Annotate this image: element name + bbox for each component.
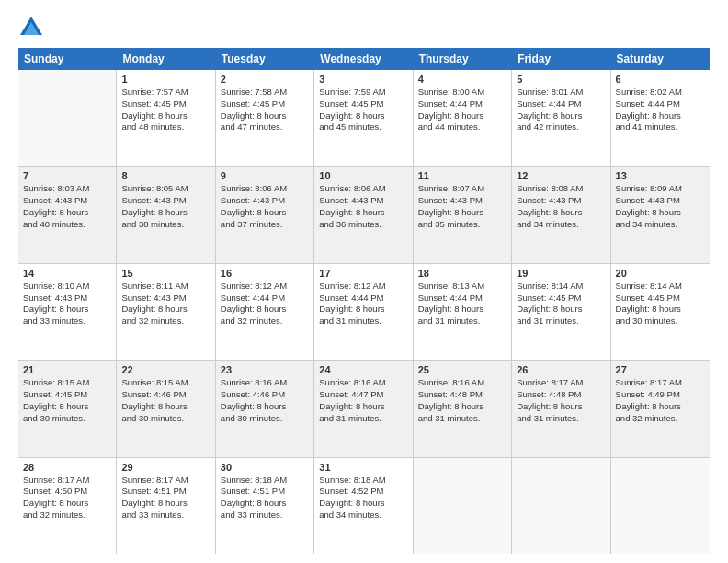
cal-cell-empty-4-6 [611,458,710,554]
cell-line: Sunrise: 8:02 AM [616,86,705,98]
cell-line: Sunrise: 8:12 AM [319,281,407,293]
cal-row-1: 7Sunrise: 8:03 AMSunset: 4:43 PMDaylight… [18,167,710,263]
cell-line: Sunset: 4:44 PM [221,293,309,304]
cal-cell-30: 30Sunrise: 8:18 AMSunset: 4:51 PMDayligh… [216,458,314,554]
day-number: 23 [221,364,309,375]
header-day-thursday: Thursday [414,48,512,70]
cell-line: Daylight: 8 hours [616,304,705,316]
day-number: 2 [221,74,309,85]
day-number: 5 [517,74,605,85]
cell-line: and 31 minutes. [418,316,506,327]
cell-line: Sunrise: 8:17 AM [517,377,605,389]
cell-line: and 48 minutes. [121,121,210,133]
cal-cell-25: 25Sunrise: 8:16 AMSunset: 4:48 PMDayligh… [414,361,512,456]
cal-cell-5: 5Sunrise: 8:01 AMSunset: 4:44 PMDaylight… [512,70,610,166]
cell-line: and 38 minutes. [121,219,210,231]
cell-line: Sunset: 4:43 PM [319,195,407,207]
cell-line: and 30 minutes. [23,413,111,425]
cell-line: Sunset: 4:47 PM [319,389,407,401]
cal-cell-26: 26Sunrise: 8:17 AMSunset: 4:48 PMDayligh… [512,361,610,456]
cell-line: Sunrise: 8:03 AM [23,183,111,195]
cell-line: and 31 minutes. [517,413,605,425]
cell-line: Sunset: 4:51 PM [121,486,210,498]
cell-line: Sunrise: 8:07 AM [418,183,506,195]
header-day-tuesday: Tuesday [216,48,314,70]
cell-line: Sunset: 4:43 PM [23,293,111,304]
day-number: 7 [23,170,111,181]
day-number: 30 [221,462,309,473]
header-day-sunday: Sunday [18,48,117,70]
cal-cell-4: 4Sunrise: 8:00 AMSunset: 4:44 PMDaylight… [414,70,512,166]
day-number: 22 [121,364,210,375]
cell-line: Daylight: 8 hours [121,401,210,413]
cell-line: Sunrise: 8:11 AM [121,281,210,293]
cal-cell-11: 11Sunrise: 8:07 AMSunset: 4:43 PMDayligh… [414,167,512,262]
header-day-wednesday: Wednesday [314,48,413,70]
cell-line: Daylight: 8 hours [319,207,407,219]
cell-line: and 37 minutes. [221,219,309,231]
cell-line: Daylight: 8 hours [418,401,506,413]
cell-line: Sunrise: 8:18 AM [221,475,309,487]
cal-cell-24: 24Sunrise: 8:16 AMSunset: 4:47 PMDayligh… [314,361,413,456]
cell-line: Sunset: 4:44 PM [616,98,705,110]
cell-line: Sunrise: 8:16 AM [221,377,309,389]
cell-line: Sunrise: 8:06 AM [221,183,309,195]
cell-line: Daylight: 8 hours [23,304,111,316]
cell-line: Sunset: 4:51 PM [221,486,309,498]
cell-line: and 34 minutes. [517,219,605,231]
cell-line: Daylight: 8 hours [23,401,111,413]
cell-line: Sunrise: 8:15 AM [23,377,111,389]
logo [18,15,48,40]
day-number: 18 [418,268,506,279]
cell-line: Sunset: 4:45 PM [616,293,705,304]
header-day-saturday: Saturday [611,48,710,70]
cal-row-4: 28Sunrise: 8:17 AMSunset: 4:50 PMDayligh… [18,458,710,554]
day-number: 9 [221,170,309,181]
cell-line: Sunset: 4:43 PM [517,195,605,207]
cell-line: and 41 minutes. [616,121,705,133]
day-number: 26 [517,364,605,375]
cell-line: Sunset: 4:44 PM [418,98,506,110]
cell-line: Sunrise: 8:05 AM [121,183,210,195]
cal-cell-14: 14Sunrise: 8:10 AMSunset: 4:43 PMDayligh… [18,264,117,360]
cell-line: Daylight: 8 hours [418,207,506,219]
cal-cell-12: 12Sunrise: 8:08 AMSunset: 4:43 PMDayligh… [512,167,610,262]
cal-row-2: 14Sunrise: 8:10 AMSunset: 4:43 PMDayligh… [18,264,710,361]
cell-line: and 47 minutes. [221,121,309,133]
cell-line: Sunset: 4:49 PM [616,389,705,401]
cal-cell-1: 1Sunrise: 7:57 AMSunset: 4:45 PMDaylight… [117,70,215,166]
cell-line: and 33 minutes. [23,316,111,327]
cell-line: Daylight: 8 hours [517,207,605,219]
cal-row-3: 21Sunrise: 8:15 AMSunset: 4:45 PMDayligh… [18,361,710,457]
cell-line: Daylight: 8 hours [121,304,210,316]
cell-line: Sunrise: 7:59 AM [319,86,407,98]
cell-line: and 33 minutes. [121,510,210,522]
cell-line: Daylight: 8 hours [616,110,705,122]
cal-cell-empty-4-4 [414,458,512,554]
cell-line: Sunset: 4:45 PM [221,98,309,110]
day-number: 16 [221,268,309,279]
cell-line: and 31 minutes. [319,413,407,425]
cell-line: Sunset: 4:43 PM [121,195,210,207]
cal-cell-19: 19Sunrise: 8:14 AMSunset: 4:45 PMDayligh… [512,264,610,360]
cell-line: and 30 minutes. [121,413,210,425]
cell-line: Sunrise: 8:15 AM [121,377,210,389]
day-number: 25 [418,364,506,375]
cell-line: Sunrise: 8:08 AM [517,183,605,195]
day-number: 19 [517,268,605,279]
cal-cell-17: 17Sunrise: 8:12 AMSunset: 4:44 PMDayligh… [314,264,413,360]
day-number: 28 [23,462,111,473]
cal-cell-9: 9Sunrise: 8:06 AMSunset: 4:43 PMDaylight… [216,167,314,262]
cell-line: Sunrise: 8:16 AM [418,377,506,389]
logo-icon [18,15,44,40]
cal-cell-10: 10Sunrise: 8:06 AMSunset: 4:43 PMDayligh… [314,167,413,262]
cal-cell-empty-4-5 [512,458,610,554]
cal-cell-2: 2Sunrise: 7:58 AMSunset: 4:45 PMDaylight… [216,70,314,166]
cell-line: and 32 minutes. [121,316,210,327]
cell-line: Sunrise: 7:57 AM [121,86,210,98]
cell-line: Sunrise: 8:01 AM [517,86,605,98]
cell-line: and 33 minutes. [221,510,309,522]
day-number: 4 [418,74,506,85]
cell-line: Daylight: 8 hours [319,401,407,413]
cell-line: and 30 minutes. [616,316,705,327]
